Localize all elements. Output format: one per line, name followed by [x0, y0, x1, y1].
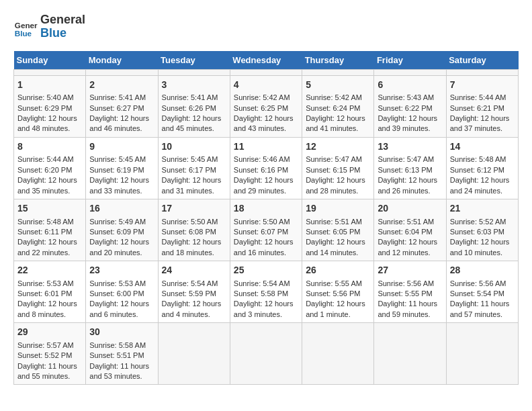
sunset-text: Sunset: 6:01 PM: [17, 289, 82, 299]
calendar-day: 2Sunrise: 5:41 AMSunset: 6:27 PMDaylight…: [86, 75, 158, 137]
calendar-day: 30Sunrise: 5:58 AMSunset: 5:51 PMDayligh…: [86, 323, 158, 385]
calendar-header-row: SundayMondayTuesdayWednesdayThursdayFrid…: [14, 51, 519, 70]
calendar-day: 15Sunrise: 5:48 AMSunset: 6:11 PMDayligh…: [14, 199, 86, 261]
calendar-day: [374, 69, 446, 75]
daylight-text: Daylight: 11 hours and 59 minutes.: [378, 299, 442, 320]
sunset-text: Sunset: 6:19 PM: [89, 165, 154, 175]
calendar-week-5: 29Sunrise: 5:57 AMSunset: 5:52 PMDayligh…: [14, 323, 519, 385]
sunrise-text: Sunrise: 5:54 AM: [234, 279, 298, 289]
sunset-text: Sunset: 5:59 PM: [162, 289, 226, 299]
sunset-text: Sunset: 6:25 PM: [234, 103, 298, 113]
sunrise-text: Sunrise: 5:53 AM: [17, 279, 82, 289]
day-number: 15: [17, 202, 82, 216]
day-number: 7: [450, 79, 515, 92]
daylight-text: Daylight: 12 hours and 8 minutes.: [17, 299, 82, 320]
header-sunday: Sunday: [14, 51, 86, 70]
calendar-day: 19Sunrise: 5:51 AMSunset: 6:05 PMDayligh…: [302, 199, 374, 261]
logo: General Blue GeneralBlue: [13, 13, 85, 40]
sunset-text: Sunset: 6:24 PM: [306, 103, 370, 113]
daylight-text: Daylight: 12 hours and 22 minutes.: [17, 237, 82, 258]
day-number: 13: [378, 140, 442, 154]
sunset-text: Sunset: 6:27 PM: [89, 103, 154, 113]
daylight-text: Daylight: 12 hours and 18 minutes.: [162, 237, 226, 258]
day-number: 11: [234, 140, 298, 154]
sunrise-text: Sunrise: 5:51 AM: [378, 217, 442, 227]
header-saturday: Saturday: [446, 51, 518, 70]
day-number: 20: [378, 202, 442, 216]
sunset-text: Sunset: 5:51 PM: [89, 351, 154, 361]
calendar-day: [158, 323, 230, 385]
sunrise-text: Sunrise: 5:41 AM: [162, 93, 226, 103]
daylight-text: Daylight: 12 hours and 10 minutes.: [450, 237, 515, 258]
calendar-week-4: 22Sunrise: 5:53 AMSunset: 6:01 PMDayligh…: [14, 261, 519, 323]
daylight-text: Daylight: 12 hours and 4 minutes.: [162, 299, 226, 320]
daylight-text: Daylight: 12 hours and 3 minutes.: [234, 299, 298, 320]
sunset-text: Sunset: 6:08 PM: [162, 227, 226, 237]
sunset-text: Sunset: 6:05 PM: [306, 227, 370, 237]
sunset-text: Sunset: 5:56 PM: [306, 289, 370, 299]
calendar-day: 4Sunrise: 5:42 AMSunset: 6:25 PMDaylight…: [230, 75, 302, 137]
sunrise-text: Sunrise: 5:55 AM: [306, 279, 370, 289]
svg-text:Blue: Blue: [15, 28, 32, 37]
sunrise-text: Sunrise: 5:57 AM: [17, 340, 82, 351]
calendar-day: 9Sunrise: 5:45 AMSunset: 6:19 PMDaylight…: [86, 137, 158, 199]
sunset-text: Sunset: 6:22 PM: [378, 103, 442, 113]
sunrise-text: Sunrise: 5:40 AM: [17, 93, 82, 103]
sunset-text: Sunset: 6:16 PM: [234, 165, 298, 175]
daylight-text: Daylight: 12 hours and 26 minutes.: [378, 175, 442, 196]
calendar-table: SundayMondayTuesdayWednesdayThursdayFrid…: [13, 51, 519, 385]
calendar-week-1: 1Sunrise: 5:40 AMSunset: 6:29 PMDaylight…: [14, 75, 519, 137]
calendar-day: 5Sunrise: 5:42 AMSunset: 6:24 PMDaylight…: [302, 75, 374, 137]
calendar-day: 22Sunrise: 5:53 AMSunset: 6:01 PMDayligh…: [14, 261, 86, 323]
calendar-day: 17Sunrise: 5:50 AMSunset: 6:08 PMDayligh…: [158, 199, 230, 261]
day-number: 12: [306, 140, 370, 154]
calendar-day: [230, 69, 302, 75]
sunset-text: Sunset: 6:20 PM: [17, 165, 82, 175]
calendar-day: 3Sunrise: 5:41 AMSunset: 6:26 PMDaylight…: [158, 75, 230, 137]
daylight-text: Daylight: 12 hours and 37 minutes.: [450, 113, 515, 134]
logo-text: GeneralBlue: [40, 13, 85, 40]
calendar-day: 13Sunrise: 5:47 AMSunset: 6:13 PMDayligh…: [374, 137, 446, 199]
sunset-text: Sunset: 6:09 PM: [89, 227, 154, 237]
day-number: 10: [162, 140, 226, 154]
calendar-day: 20Sunrise: 5:51 AMSunset: 6:04 PMDayligh…: [374, 199, 446, 261]
sunset-text: Sunset: 6:17 PM: [162, 165, 226, 175]
sunrise-text: Sunrise: 5:44 AM: [17, 154, 82, 165]
sunrise-text: Sunrise: 5:43 AM: [378, 93, 442, 103]
daylight-text: Daylight: 12 hours and 14 minutes.: [306, 237, 370, 258]
daylight-text: Daylight: 12 hours and 48 minutes.: [17, 113, 82, 134]
sunset-text: Sunset: 6:12 PM: [450, 165, 515, 175]
sunrise-text: Sunrise: 5:56 AM: [450, 279, 515, 289]
sunrise-text: Sunrise: 5:48 AM: [450, 154, 515, 165]
calendar-day: [158, 69, 230, 75]
sunset-text: Sunset: 6:07 PM: [234, 227, 298, 237]
sunset-text: Sunset: 6:21 PM: [450, 103, 515, 113]
calendar-week-0: [14, 69, 519, 75]
calendar-day: 28Sunrise: 5:56 AMSunset: 5:54 PMDayligh…: [446, 261, 518, 323]
calendar-day: 1Sunrise: 5:40 AMSunset: 6:29 PMDaylight…: [14, 75, 86, 137]
sunrise-text: Sunrise: 5:45 AM: [89, 154, 154, 165]
calendar-day: 16Sunrise: 5:49 AMSunset: 6:09 PMDayligh…: [86, 199, 158, 261]
sunset-text: Sunset: 5:58 PM: [234, 289, 298, 299]
daylight-text: Daylight: 12 hours and 6 minutes.: [89, 299, 154, 320]
sunrise-text: Sunrise: 5:41 AM: [89, 93, 154, 103]
daylight-text: Daylight: 12 hours and 28 minutes.: [306, 175, 370, 196]
header-tuesday: Tuesday: [158, 51, 230, 70]
calendar-day: 14Sunrise: 5:48 AMSunset: 6:12 PMDayligh…: [446, 137, 518, 199]
sunrise-text: Sunrise: 5:47 AM: [306, 154, 370, 165]
daylight-text: Daylight: 12 hours and 16 minutes.: [234, 237, 298, 258]
day-number: 9: [89, 140, 154, 154]
calendar-day: 24Sunrise: 5:54 AMSunset: 5:59 PMDayligh…: [158, 261, 230, 323]
daylight-text: Daylight: 12 hours and 33 minutes.: [89, 175, 154, 196]
calendar-day: [14, 69, 86, 75]
calendar-day: 6Sunrise: 5:43 AMSunset: 6:22 PMDaylight…: [374, 75, 446, 137]
sunset-text: Sunset: 6:11 PM: [17, 227, 82, 237]
day-number: 14: [450, 140, 515, 154]
calendar-day: [374, 323, 446, 385]
calendar-day: 10Sunrise: 5:45 AMSunset: 6:17 PMDayligh…: [158, 137, 230, 199]
sunset-text: Sunset: 5:55 PM: [378, 289, 442, 299]
day-number: 3: [162, 79, 226, 92]
sunset-text: Sunset: 6:04 PM: [378, 227, 442, 237]
day-number: 5: [306, 79, 370, 92]
calendar-day: 12Sunrise: 5:47 AMSunset: 6:15 PMDayligh…: [302, 137, 374, 199]
